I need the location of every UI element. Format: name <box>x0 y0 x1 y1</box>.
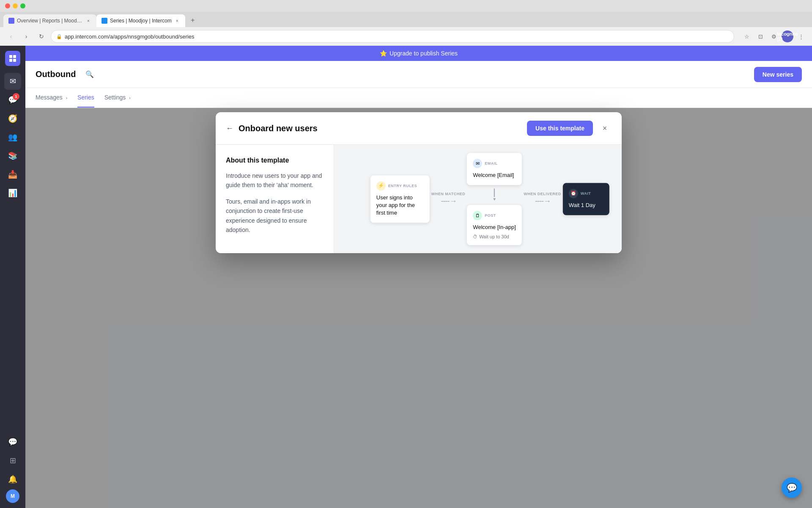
post-sub: ⏱ Wait up to 30d <box>473 234 516 239</box>
post-label: POST <box>485 214 496 218</box>
tab-close-1[interactable]: × <box>85 18 91 24</box>
outbound-icon: ✉ <box>10 77 16 86</box>
about-description-1: Introduce new users to your app and guid… <box>226 171 324 190</box>
email-icon: ✉ <box>473 159 482 168</box>
settings-arrow-icon: › <box>129 96 130 100</box>
wait-label: WAIT <box>581 191 591 196</box>
app-container: ✉ 💬 1 🧭 👥 📚 📥 📊 💬 ⊞ 🔔 <box>0 46 812 508</box>
sidebar-item-apps[interactable]: ⊞ <box>4 452 21 469</box>
email-content: Welcome [Email] <box>473 171 516 179</box>
v-arrow: ▼ <box>492 189 497 202</box>
forward-button[interactable]: › <box>20 30 32 42</box>
traffic-light-close[interactable] <box>5 3 10 8</box>
page-body: ← Onboard new users Use this template × … <box>25 108 812 508</box>
sidebar-item-library[interactable]: 📚 <box>4 147 21 164</box>
messages-arrow-icon: › <box>66 96 67 100</box>
profile-button[interactable]: Incognito (2) <box>782 30 793 42</box>
post-content: Welcome [In-app] <box>473 224 516 232</box>
sidebar-bottom: 💬 ⊞ 🔔 M <box>4 433 21 503</box>
apps-icon: ⊞ <box>10 456 16 465</box>
traffic-light-minimize[interactable] <box>13 3 18 8</box>
screen-share-icon[interactable]: ⊡ <box>754 30 766 42</box>
when-matched-arrow: WHEN MATCHED - - - - → <box>430 192 467 206</box>
wait-node: ⏰ WAIT Wait 1 Day <box>563 183 609 215</box>
browser-tab-2[interactable]: Series | Moodjoy | Intercom × <box>96 14 185 27</box>
menu-icon[interactable]: ⋮ <box>795 30 807 42</box>
tab-favicon-2 <box>102 18 107 24</box>
svg-rect-3 <box>13 59 16 62</box>
sidebar-item-inbox[interactable]: 📥 <box>4 166 21 183</box>
sidebar-item-chat[interactable]: 💬 <box>4 433 21 450</box>
sub-nav: Messages › Series Settings › <box>25 88 812 108</box>
svg-rect-0 <box>9 55 12 58</box>
modal-close-button[interactable]: × <box>598 121 612 135</box>
new-series-button[interactable]: New series <box>754 67 802 82</box>
reload-button[interactable]: ↻ <box>36 30 47 42</box>
navigate-icon: 🧭 <box>8 114 17 123</box>
page-header-right: New series <box>754 67 802 82</box>
v-arrow-head: ▼ <box>492 197 497 202</box>
upgrade-icon: ⭐ <box>380 50 387 57</box>
sidebar-item-messages[interactable]: 💬 1 <box>4 91 21 108</box>
arrow-line-1: - - - - → <box>441 197 455 206</box>
address-text: app.intercom.com/a/apps/nnsgmgob/outboun… <box>65 33 194 40</box>
sidebar-item-reports[interactable]: 📊 <box>4 185 21 202</box>
chat-icon: 💬 <box>8 437 17 447</box>
sidebar-item-notifications[interactable]: 🔔 <box>4 471 21 488</box>
browser-toolbar: ‹ › ↻ 🔒 app.intercom.com/a/apps/nnsgmgob… <box>0 27 812 46</box>
search-button[interactable]: 🔍 <box>83 68 96 81</box>
page-header: Outbound 🔍 New series <box>25 61 812 88</box>
chat-support-button[interactable]: 💬 <box>782 478 802 498</box>
notifications-icon: 🔔 <box>8 475 17 484</box>
v-arrow-line <box>494 189 495 197</box>
avatar[interactable]: M <box>6 489 19 503</box>
entry-rules-label: ENTRY RULES <box>388 184 417 188</box>
when-delivered-label: WHEN DELIVERED <box>524 192 561 196</box>
clock-icon: ⏱ <box>473 234 477 239</box>
email-node: ✉ EMAIL Welcome [Email] <box>467 153 522 185</box>
new-tab-button[interactable]: + <box>187 14 199 26</box>
messages-badge: 1 <box>13 93 19 100</box>
entry-rules-header: ⚡ ENTRY RULES <box>376 181 424 190</box>
upgrade-banner[interactable]: ⭐ Upgrade to publish Series <box>25 46 812 61</box>
sidebar-item-contacts[interactable]: 👥 <box>4 129 21 146</box>
sidebar-item-outbound[interactable]: ✉ <box>4 73 21 90</box>
page-title: Outbound <box>36 69 76 79</box>
sub-nav-messages[interactable]: Messages › <box>36 88 67 108</box>
tab-close-2[interactable]: × <box>174 18 180 24</box>
entry-rules-node: ⚡ ENTRY RULES User signs into your app f… <box>370 175 430 223</box>
toolbar-icons: ☆ ⊡ ⚙ Incognito (2) ⋮ <box>741 30 807 42</box>
address-bar[interactable]: 🔒 app.intercom.com/a/apps/nnsgmgob/outbo… <box>51 30 734 43</box>
tab-label-2: Series | Moodjoy | Intercom <box>110 18 172 24</box>
sidebar: ✉ 💬 1 🧭 👥 📚 📥 📊 💬 ⊞ 🔔 <box>0 46 25 508</box>
page-content: Outbound 🔍 New series Messages › Series … <box>25 61 812 508</box>
post-header: 🗒 POST <box>473 211 516 221</box>
wait-icon: ⏰ <box>569 189 578 198</box>
sidebar-logo[interactable] <box>5 51 20 66</box>
use-template-button[interactable]: Use this template <box>527 121 593 136</box>
modal-about-sidebar: About this template Introduce new users … <box>216 145 334 253</box>
template-modal: ← Onboard new users Use this template × … <box>216 112 622 253</box>
tab-favicon-1 <box>8 18 14 24</box>
when-delivered-arrow: WHEN DELIVERED - - - - → <box>522 192 563 206</box>
wait-header: ⏰ WAIT <box>569 189 604 198</box>
traffic-light-maximize[interactable] <box>20 3 25 8</box>
sub-nav-series[interactable]: Series <box>77 88 94 108</box>
back-button[interactable]: ‹ <box>5 30 17 42</box>
svg-rect-2 <box>9 59 12 62</box>
tab-label-1: Overview | Reports | Moodjoy <box>17 18 83 24</box>
bookmark-icon[interactable]: ☆ <box>741 30 753 42</box>
about-title: About this template <box>226 157 324 164</box>
wait-content: Wait 1 Day <box>569 202 604 209</box>
email-label: EMAIL <box>485 161 498 166</box>
modal-body: About this template Introduce new users … <box>216 145 622 253</box>
entry-rules-icon: ⚡ <box>376 181 386 190</box>
sub-nav-settings[interactable]: Settings › <box>104 88 131 108</box>
when-matched-label: WHEN MATCHED <box>431 192 465 196</box>
about-description-2: Tours, email and in-apps work in conjunc… <box>226 197 324 235</box>
flow-diagram: ⚡ ENTRY RULES User signs into your app f… <box>370 153 609 245</box>
browser-tab-1[interactable]: Overview | Reports | Moodjoy × <box>3 14 96 27</box>
sidebar-item-navigate[interactable]: 🧭 <box>4 110 21 127</box>
arrow-line-2: - - - - → <box>535 197 550 206</box>
modal-back-button[interactable]: ← <box>226 124 233 133</box>
